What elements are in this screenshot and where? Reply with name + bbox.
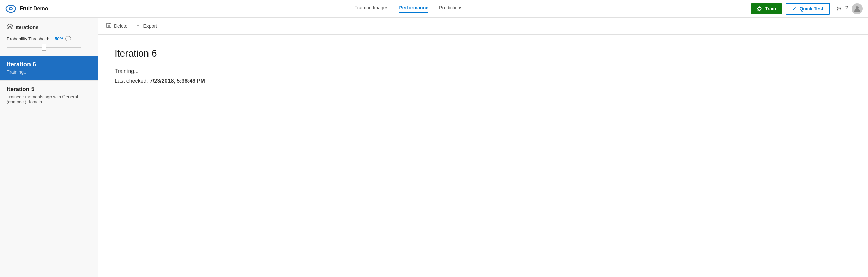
tab-training-images[interactable]: Training Images — [355, 5, 389, 13]
logo-area: Fruit Demo — [5, 3, 66, 14]
iteration-name: Iteration 6 — [7, 61, 91, 68]
page-title: Iteration 6 — [115, 48, 852, 59]
app-title: Fruit Demo — [20, 6, 48, 12]
settings-icon[interactable]: ⚙ — [836, 5, 842, 13]
export-button[interactable]: Export — [136, 23, 157, 29]
quick-test-button[interactable]: ✓ Quick Test — [786, 3, 830, 15]
nav-tabs: Training Images Performance Predictions — [66, 5, 751, 13]
probability-value: 50% — [55, 36, 63, 41]
train-button[interactable]: Train — [751, 3, 782, 14]
probability-label: Probability Threshold: 50% i — [7, 36, 91, 41]
iteration-name: Iteration 5 — [7, 86, 91, 93]
content-body: Iteration 6 Training... Last checked: 7/… — [98, 35, 868, 277]
delete-button[interactable]: Delete — [106, 23, 127, 29]
probability-text: Probability Threshold: — [7, 36, 50, 41]
checkmark-icon: ✓ — [792, 6, 796, 12]
user-avatar-icon — [854, 5, 861, 12]
last-checked-time: 7/23/2018, 5:36:49 PM — [150, 78, 205, 84]
sidebar-header: Iterations — [0, 18, 98, 34]
sidebar: Iterations Probability Threshold: 50% i … — [0, 18, 98, 277]
iteration-status: Trained : moments ago with General (comp… — [7, 94, 91, 104]
list-item[interactable]: Iteration 6 Training... — [0, 56, 98, 81]
train-label: Train — [765, 6, 776, 12]
download-icon — [136, 23, 140, 29]
header-actions: Train ✓ Quick Test ⚙ ? — [751, 3, 863, 15]
training-status: Training... — [115, 68, 852, 74]
help-icon[interactable]: ? — [845, 5, 848, 12]
sidebar-title: Iterations — [16, 24, 39, 30]
gear-train-icon — [757, 6, 762, 12]
svg-point-2 — [10, 8, 12, 9]
avatar[interactable] — [852, 3, 863, 14]
content-area: Delete Export Iteration 6 Training... La… — [98, 18, 868, 277]
delete-label: Delete — [114, 23, 127, 29]
trash-icon — [106, 23, 111, 29]
export-label: Export — [143, 23, 157, 29]
app-logo-icon — [5, 3, 16, 14]
iteration-status: Training... — [7, 69, 91, 75]
last-checked-label: Last checked: — [115, 78, 148, 84]
slider-thumb[interactable] — [42, 44, 46, 51]
sidebar-scroll[interactable]: Iteration 6 Training... Iteration 5 Trai… — [0, 56, 98, 277]
probability-section: Probability Threshold: 50% i — [0, 34, 98, 56]
probability-slider[interactable] — [7, 44, 81, 51]
slider-track — [7, 47, 81, 48]
last-checked: Last checked: 7/23/2018, 5:36:49 PM — [115, 78, 852, 84]
header: Fruit Demo Training Images Performance P… — [0, 0, 868, 18]
layers-icon — [7, 24, 13, 30]
tab-predictions[interactable]: Predictions — [439, 5, 462, 13]
list-item[interactable]: Iteration 5 Trained : moments ago with G… — [0, 81, 98, 110]
quick-test-label: Quick Test — [799, 6, 823, 12]
tab-performance[interactable]: Performance — [399, 5, 428, 13]
svg-point-3 — [856, 6, 859, 9]
info-icon[interactable]: i — [65, 36, 71, 41]
content-toolbar: Delete Export — [98, 18, 868, 35]
main-layout: Iterations Probability Threshold: 50% i … — [0, 18, 868, 277]
